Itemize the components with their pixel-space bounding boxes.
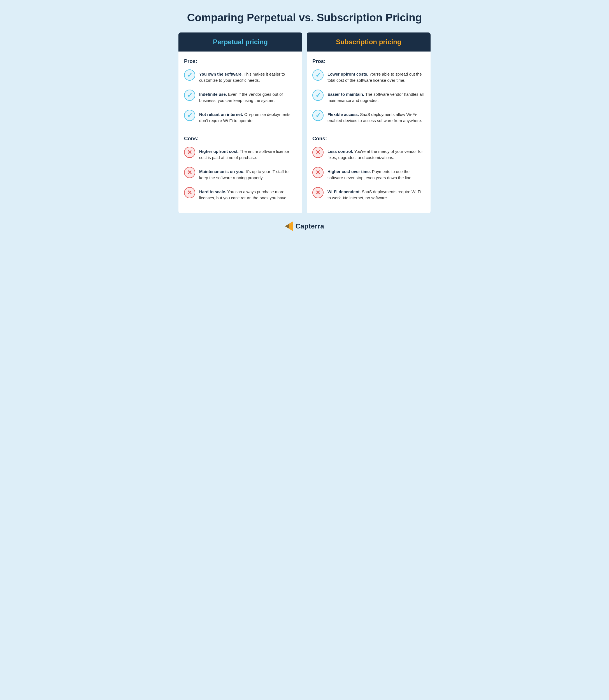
list-item: ✕ Higher cost over time. Payments to use…: [312, 167, 425, 181]
perpetual-column: Perpetual pricing Pros: ✓ You own the so…: [178, 33, 302, 213]
list-item: ✓ Flexible access. SaaS deployments allo…: [312, 110, 425, 124]
item-bold: Not reliant on internet.: [199, 112, 243, 117]
list-item: ✕ Higher upfront cost. The entire softwa…: [184, 147, 297, 161]
svg-marker-1: [285, 224, 289, 229]
subscription-pros-label: Pros:: [312, 58, 425, 65]
perpetual-cons-list: ✕ Higher upfront cost. The entire softwa…: [184, 147, 297, 201]
list-item: ✕ Hard to scale. You can always purchase…: [184, 187, 297, 201]
con-x-icon: ✕: [184, 147, 195, 158]
perpetual-header-title: Perpetual pricing: [213, 38, 268, 46]
subscription-header: Subscription pricing: [307, 33, 431, 52]
list-item: ✕ Maintenance is on you. It's up to your…: [184, 167, 297, 181]
item-bold: Less control.: [328, 149, 353, 154]
list-item: ✕ Wi-Fi dependent. SaaS deployments requ…: [312, 187, 425, 201]
pro-check-icon: ✓: [184, 90, 195, 101]
item-text: Maintenance is on you. It's up to your I…: [199, 167, 297, 181]
list-item: ✓ Easier to maintain. The software vendo…: [312, 90, 425, 104]
perpetual-pros-list: ✓ You own the software. This makes it ea…: [184, 69, 297, 124]
subscription-pros-list: ✓ Lower upfront costs. You're able to sp…: [312, 69, 425, 124]
footer: Capterra: [178, 221, 431, 231]
perpetual-body: Pros: ✓ You own the software. This makes…: [178, 52, 302, 213]
perpetual-cons-label: Cons:: [184, 136, 297, 142]
item-bold: Easier to maintain.: [328, 92, 364, 96]
item-text: Higher cost over time. Payments to use t…: [328, 167, 425, 181]
capterra-logo: Capterra: [285, 221, 325, 231]
con-x-icon: ✕: [312, 187, 324, 198]
item-bold: Indefinite use.: [199, 92, 227, 96]
con-x-icon: ✕: [184, 167, 195, 178]
subscription-header-title: Subscription pricing: [336, 38, 401, 46]
pro-check-icon: ✓: [184, 69, 195, 80]
pro-check-icon: ✓: [184, 110, 195, 121]
con-x-icon: ✕: [184, 187, 195, 198]
list-item: ✓ Indefinite use. Even if the vendor goe…: [184, 90, 297, 104]
item-bold: Flexible access.: [328, 112, 359, 117]
item-bold: Hard to scale.: [199, 190, 226, 194]
con-x-icon: ✕: [312, 147, 324, 158]
pro-check-icon: ✓: [312, 69, 324, 80]
subscription-body: Pros: ✓ Lower upfront costs. You're able…: [307, 52, 431, 213]
subscription-cons-list: ✕ Less control. You're at the mercy of y…: [312, 147, 425, 201]
perpetual-header: Perpetual pricing: [178, 33, 302, 52]
list-item: ✕ Less control. You're at the mercy of y…: [312, 147, 425, 161]
item-bold: Wi-Fi dependent.: [328, 190, 361, 194]
item-text: You own the software. This makes it easi…: [199, 69, 297, 84]
perpetual-pros-label: Pros:: [184, 58, 297, 65]
item-bold: Maintenance is on you.: [199, 169, 245, 174]
main-title: Comparing Perpetual vs. Subscription Pri…: [178, 11, 431, 24]
item-text: Hard to scale. You can always purchase m…: [199, 187, 297, 201]
list-item: ✓ Lower upfront costs. You're able to sp…: [312, 69, 425, 84]
divider: [184, 130, 297, 130]
list-item: ✓ You own the software. This makes it ea…: [184, 69, 297, 84]
item-text: Wi-Fi dependent. SaaS deployments requir…: [328, 187, 425, 201]
con-x-icon: ✕: [312, 167, 324, 178]
comparison-columns: Perpetual pricing Pros: ✓ You own the so…: [178, 33, 431, 213]
item-text: Higher upfront cost. The entire software…: [199, 147, 297, 161]
pro-check-icon: ✓: [312, 90, 324, 101]
page-wrapper: Comparing Perpetual vs. Subscription Pri…: [178, 11, 431, 231]
item-bold: You own the software.: [199, 72, 243, 76]
capterra-text: Capterra: [296, 222, 325, 230]
item-bold: Higher cost over time.: [328, 169, 371, 174]
divider: [312, 130, 425, 130]
subscription-cons-label: Cons:: [312, 136, 425, 142]
pro-check-icon: ✓: [312, 110, 324, 121]
list-item: ✓ Not reliant on internet. On-premise de…: [184, 110, 297, 124]
item-text: Easier to maintain. The software vendor …: [328, 90, 425, 104]
item-text: Less control. You're at the mercy of you…: [328, 147, 425, 161]
item-bold: Lower upfront costs.: [328, 72, 368, 76]
capterra-icon: [285, 221, 293, 231]
item-text: Flexible access. SaaS deployments allow …: [328, 110, 425, 124]
subscription-column: Subscription pricing Pros: ✓ Lower upfro…: [307, 33, 431, 213]
item-bold: Higher upfront cost.: [199, 149, 239, 154]
item-text: Indefinite use. Even if the vendor goes …: [199, 90, 297, 104]
item-text: Lower upfront costs. You're able to spre…: [328, 69, 425, 84]
item-text: Not reliant on internet. On-premise depl…: [199, 110, 297, 124]
